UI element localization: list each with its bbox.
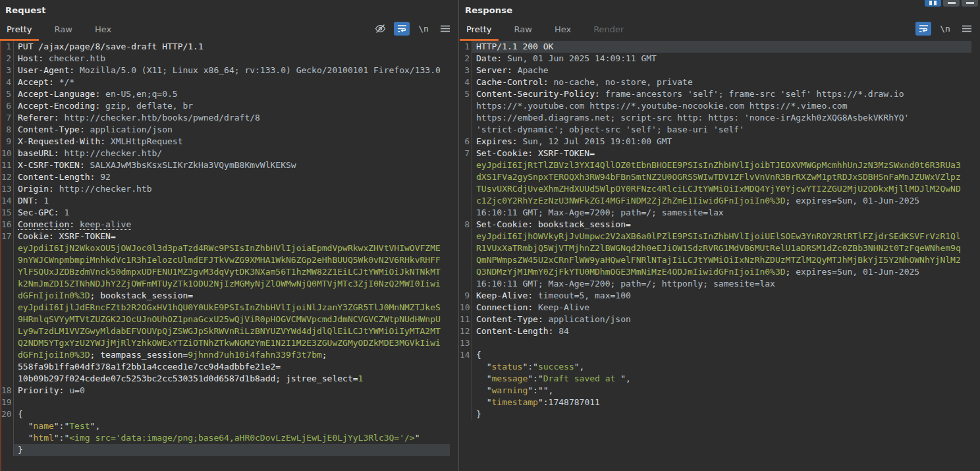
line-content: Server: Apache xyxy=(472,65,971,76)
request-line: 558fa9b1ffa04df378a1f2bb1a4cceed1e7cc9d4… xyxy=(1,361,458,373)
wrap-lines-icon[interactable] xyxy=(915,22,931,36)
response-toolbar: \n xyxy=(915,22,975,36)
tab-raw-request[interactable]: Raw xyxy=(48,20,79,41)
newline-chars-icon[interactable]: \n xyxy=(416,22,431,36)
line-number xyxy=(460,266,472,278)
line-content: 9HRmlqSVYyMTVtZUZGK2JOcUJnOUhOZ1pnaGcxU2… xyxy=(13,314,450,325)
request-line: 2Host: checker.htb xyxy=(1,53,458,65)
request-line: 12Content-Length: 92 xyxy=(1,171,458,183)
response-line: 7Set-Cookie: XSRF-TOKEN= xyxy=(460,148,980,159)
line-number xyxy=(1,337,13,349)
line-content: 16:10:11 GMT; Max-Age=7200; path=/; http… xyxy=(472,278,971,290)
response-line: QmNPWmpsZW45U2xCRnFlWW9yaHQwelFNRlNTajIi… xyxy=(460,254,980,266)
tab-render-response: Render xyxy=(587,20,630,41)
response-line: "warning":"", xyxy=(460,385,980,397)
request-editor[interactable]: 1PUT /ajax/page/8/save-draft HTTP/1.12Ho… xyxy=(0,41,458,471)
line-number: 6 xyxy=(460,136,472,148)
line-content: 10b09b297f024cdede07c5253bc2cc530351d0d6… xyxy=(13,373,450,385)
request-line: dGFnIjoiIn0%3D; bookstack_session= xyxy=(1,290,458,302)
line-content: 558fa9b1ffa04df378a1f2bb1a4cceed1e7cc9d4… xyxy=(13,361,450,373)
line-number xyxy=(460,385,472,397)
line-number xyxy=(460,159,472,171)
line-number: 20 xyxy=(1,408,13,420)
response-line: 'strict-dynamic'; object-src 'self'; bas… xyxy=(460,124,980,136)
editor-menu-icon[interactable] xyxy=(437,22,453,36)
line-number: 12 xyxy=(460,325,472,337)
line-content: dGFnIjoiIn0%3D; teampass_session=9jhnnd7… xyxy=(13,349,450,361)
tab-pretty-response[interactable]: Pretty xyxy=(460,20,499,41)
line-number: 13 xyxy=(1,183,13,195)
request-header: Request PrettyRawHex \n xyxy=(0,0,458,41)
line-number xyxy=(460,183,472,195)
line-number xyxy=(460,112,472,124)
request-line: 7Referer: http://checker.htb/books/pwned… xyxy=(1,112,458,124)
request-line: 10baseURL: http://checker.htb/ xyxy=(1,148,458,159)
layout-rows-button[interactable] xyxy=(943,0,960,7)
request-line: 11X-CSRF-TOKEN: SALXAJwM3bsKsxSLIKrZkHa3… xyxy=(1,159,458,171)
response-line: 14{ xyxy=(460,349,980,361)
response-line: 16:10:11 GMT; Max-Age=7200; path=/; http… xyxy=(460,278,980,290)
request-panel: Request PrettyRawHex \n 1PUT /ajax/page/… xyxy=(0,0,459,471)
request-line: eyJpdiI6IjlJdERncFZtb2R2OGxHV1hQU0Y0UkE9… xyxy=(1,302,458,314)
wrap-lines-icon[interactable] xyxy=(394,22,410,36)
response-line: 16:10:11 GMT; Max-Age=7200; path=/; same… xyxy=(460,207,980,219)
line-number xyxy=(460,124,472,136)
response-line: eyJpdiI6IjhOWVkyRjJvUmpwc2V2aXB6a0lPZlE9… xyxy=(460,231,980,242)
line-content: baseURL: http://checker.htb/ xyxy=(13,148,450,159)
line-content: } xyxy=(13,444,450,456)
line-number xyxy=(460,373,472,385)
line-content: https://*.youtube.com https://*.youtube-… xyxy=(472,100,971,112)
line-number xyxy=(460,207,472,219)
tab-hex-response[interactable]: Hex xyxy=(548,20,578,41)
layout-single-button[interactable] xyxy=(962,0,978,7)
line-number xyxy=(1,266,13,278)
hide-highlights-icon[interactable] xyxy=(372,22,388,36)
response-line: https://embed.diagrams.net; script-src h… xyxy=(460,112,980,124)
line-number: 19 xyxy=(1,397,13,408)
line-content: Cookie: XSRF-TOKEN= xyxy=(13,231,450,242)
line-number: 1 xyxy=(460,41,472,53)
response-line: 11Content-Type: application/json xyxy=(460,314,980,325)
request-line: "name":"Test", xyxy=(1,420,458,432)
layout-columns-button[interactable] xyxy=(925,0,941,7)
request-line: "html":"<img src='data:image/png;base64,… xyxy=(1,432,458,444)
line-number xyxy=(460,361,472,373)
line-content: Accept-Language: en-US,en;q=0.5 xyxy=(13,88,450,100)
line-content: } xyxy=(472,408,971,420)
line-number xyxy=(1,314,13,325)
request-line: 9HRmlqSVYyMTVtZUZGK2JOcUJnOUhOZ1pnaGcxU2… xyxy=(1,314,458,325)
line-number: 16 xyxy=(1,219,13,231)
response-line: Q3NDMzYjM1MmY0ZjFkYTU0MDhmOGE3MmNiMzE4OD… xyxy=(460,266,980,278)
response-line: "timestamp":1748787011 xyxy=(460,397,980,408)
tab-raw-response[interactable]: Raw xyxy=(508,20,539,41)
request-line: Ly9wTzdLM1VVZGwyMldabEFVOUVpQjZSWGJpSkRW… xyxy=(1,325,458,337)
line-content: "html":"<img src='data:image/png;base64,… xyxy=(13,432,450,444)
line-content: Accept-Encoding: gzip, deflate, br xyxy=(13,100,450,112)
newline-chars-icon[interactable]: \n xyxy=(937,22,953,36)
editor-menu-icon[interactable] xyxy=(959,22,975,36)
request-line: 9nYWJCWnpmbmpiMnhkdVc1R3hIelozcUlmdEFJTk… xyxy=(1,254,458,266)
line-content: eyJpdiI6IjN2WkoxOU5jOWJoc0l3d3paTzd4RWc9… xyxy=(13,242,450,254)
request-line: 6Accept-Encoding: gzip, deflate, br xyxy=(1,100,458,112)
line-content: { xyxy=(472,349,971,361)
line-number: 7 xyxy=(1,112,13,124)
request-line: eyJpdiI6IjN2WkoxOU5jOWJoc0l3d3paTzd4RWc9… xyxy=(1,242,458,254)
line-number: 10 xyxy=(1,148,13,159)
request-line: 15Sec-GPC: 1 xyxy=(1,207,458,219)
line-content: 9nYWJCWnpmbmpiMnhkdVc1R3hIelozcUlmdEFJTk… xyxy=(13,254,450,266)
line-content: eyJpdiI6IjhOWVkyRjJvUmpwc2V2aXB6a0lPZlE9… xyxy=(472,231,971,242)
response-tabbar: PrettyRawHexRender xyxy=(460,20,980,41)
tab-hex-request[interactable]: Hex xyxy=(88,20,118,41)
response-editor[interactable]: 1HTTP/1.1 200 OK2Date: Sun, 01 Jun 2025 … xyxy=(460,41,980,471)
line-number xyxy=(1,290,13,302)
line-content: X-CSRF-TOKEN: SALXAJwM3bsKsxSLIKrZkHa3VQ… xyxy=(13,159,450,171)
line-content xyxy=(472,337,971,349)
request-line: 9X-Requested-With: XMLHttpRequest xyxy=(1,136,458,148)
response-line: "status":"success", xyxy=(460,361,980,373)
line-number: 9 xyxy=(460,290,472,302)
tab-pretty-request[interactable]: Pretty xyxy=(0,20,39,41)
line-number xyxy=(1,361,13,373)
response-line: 2Date: Sun, 01 Jun 2025 14:09:11 GMT xyxy=(460,53,980,65)
line-number xyxy=(1,302,13,314)
line-number: 13 xyxy=(460,337,472,349)
